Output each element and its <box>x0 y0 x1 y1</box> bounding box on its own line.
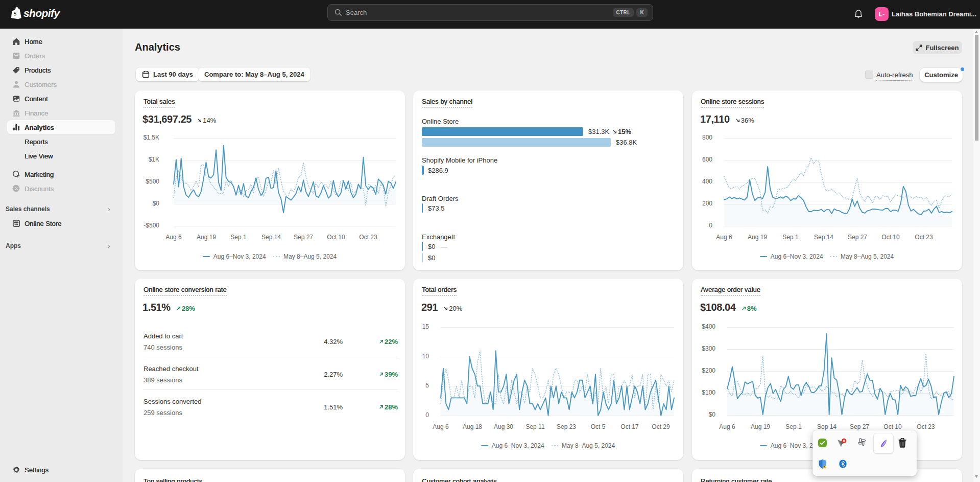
svg-text:S: S <box>13 11 16 16</box>
